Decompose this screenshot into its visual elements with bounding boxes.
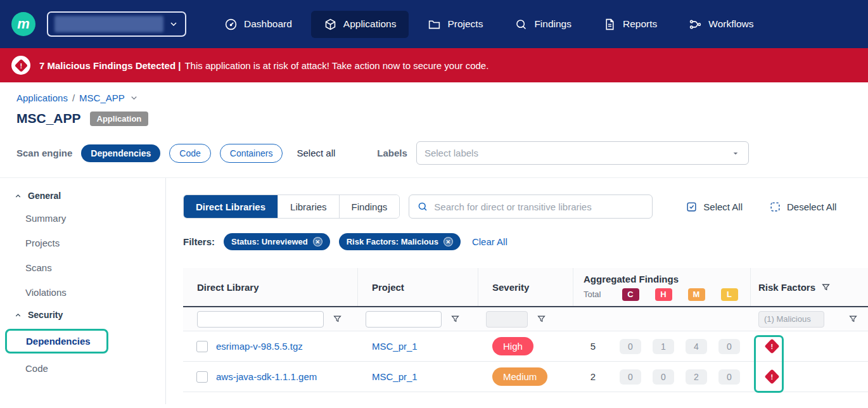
filter-funnel-icon[interactable]	[450, 314, 460, 324]
breadcrumb-applications-link[interactable]: Applications	[16, 92, 68, 103]
filter-funnel-icon[interactable]	[537, 314, 546, 324]
alert-message: This application is at risk of attack! T…	[184, 60, 488, 71]
nav-item-applications[interactable]: Applications	[311, 11, 409, 38]
malicious-risk-icon[interactable]: !	[764, 369, 779, 384]
sidebar-section-label: Security	[28, 310, 63, 320]
chevron-down-icon[interactable]	[129, 93, 139, 103]
reports-document-icon	[603, 18, 616, 31]
critical-badge: C	[622, 288, 639, 301]
scan-engine-select-all[interactable]: Select all	[297, 148, 335, 158]
remove-filter-icon[interactable]: ✕	[444, 237, 453, 246]
high-count: 1	[653, 339, 674, 354]
row-checkbox[interactable]	[196, 341, 208, 352]
row-checkbox[interactable]	[196, 371, 208, 383]
sidebar-item-scans[interactable]: Scans	[0, 255, 165, 280]
filter-funnel-icon[interactable]	[333, 314, 342, 324]
low-badge: L	[721, 288, 738, 301]
total-findings: 5	[584, 341, 614, 352]
header-aggregated-findings: Aggregated Findings	[584, 274, 750, 284]
search-input[interactable]	[434, 201, 644, 212]
organization-selector[interactable]	[47, 11, 186, 37]
nav-item-label: Dashboard	[244, 18, 292, 30]
scan-engine-dependencies-pill[interactable]: Dependencies	[81, 144, 160, 162]
severity-filter-input[interactable]	[486, 311, 528, 328]
applications-icon	[324, 18, 337, 31]
low-count: 0	[718, 369, 740, 385]
remove-filter-icon[interactable]: ✕	[313, 237, 322, 246]
project-link[interactable]: MSC_pr_1	[372, 341, 418, 352]
top-navigation: m Dashboard Applications Projects Findin…	[0, 0, 868, 48]
nav-item-reports[interactable]: Reports	[590, 11, 670, 38]
scan-engine-label: Scan engine	[16, 148, 72, 158]
tab-findings[interactable]: Findings	[339, 195, 400, 218]
labels-dropdown[interactable]: Select labels	[416, 141, 749, 165]
chevron-down-icon	[169, 19, 179, 29]
nav-item-label: Applications	[343, 18, 397, 30]
nav-item-label: Reports	[623, 18, 657, 30]
filter-chip-status-unreviewed: Status: Unreviewed ✕	[224, 233, 330, 250]
malicious-risk-icon[interactable]: !	[764, 338, 779, 354]
sidebar-item-projects[interactable]: Projects	[0, 231, 165, 255]
mend-logo-icon: m	[11, 12, 35, 36]
project-filter-input[interactable]	[366, 311, 442, 328]
sidebar-item-code[interactable]: Code	[0, 356, 165, 381]
nav-item-findings[interactable]: Findings	[502, 11, 584, 38]
risk-factors-filter-value[interactable]: (1) Malicious	[758, 311, 824, 328]
tab-direct-libraries[interactable]: Direct Libraries	[184, 195, 278, 218]
select-all-label: Select All	[703, 201, 743, 212]
critical-count: 0	[620, 369, 641, 385]
filter-funnel-icon[interactable]	[821, 283, 831, 292]
table-filter-row: (1) Malicious	[183, 307, 868, 331]
severity-pill: Medium	[492, 367, 547, 386]
header-total: Total	[584, 290, 614, 299]
deselect-all-label: Deselect All	[787, 201, 836, 212]
library-link[interactable]: aws-java-sdk-1.1.1.gem	[216, 371, 317, 382]
breadcrumb-separator: /	[72, 92, 75, 103]
library-link[interactable]: esrimap-v-98.5.5.tgz	[216, 341, 303, 352]
nav-item-projects[interactable]: Projects	[415, 11, 495, 38]
dashed-square-icon	[769, 201, 781, 213]
nav-items: Dashboard Applications Projects Findings…	[212, 11, 766, 38]
critical-count: 0	[620, 339, 641, 354]
project-link[interactable]: MSC_pr_1	[372, 371, 418, 382]
organization-name-redacted	[54, 16, 163, 32]
app-screen: m Dashboard Applications Projects Findin…	[0, 0, 868, 408]
tab-libraries[interactable]: Libraries	[278, 195, 339, 218]
header-project: Project	[372, 282, 404, 293]
select-all-action[interactable]: Select All	[686, 201, 743, 213]
chip-label: Risk Factors: Malicious	[347, 237, 438, 246]
findings-search-icon	[514, 18, 528, 31]
deselect-all-action[interactable]: Deselect All	[769, 201, 836, 213]
sidebar-item-violations[interactable]: Violations	[0, 280, 165, 305]
medium-count: 2	[686, 369, 707, 385]
severity-pill: High	[492, 337, 533, 355]
alert-title: 7 Malicious Findings Detected |	[39, 60, 181, 71]
chip-label: Status: Unreviewed	[231, 237, 308, 246]
header-severity: Severity	[492, 282, 529, 293]
clear-all-filters[interactable]: Clear All	[472, 236, 507, 247]
high-badge: H	[655, 288, 672, 301]
dependencies-highlight-box: Dependencies	[5, 329, 108, 354]
sidebar-section-general[interactable]: General	[0, 186, 165, 206]
chevron-up-icon	[14, 192, 22, 200]
nav-item-dashboard[interactable]: Dashboard	[212, 11, 305, 38]
sidebar-item-dependencies[interactable]: Dependencies	[7, 331, 106, 352]
scan-engine-containers-pill[interactable]: Containers	[220, 144, 283, 163]
header-risk-factors: Risk Factors	[758, 282, 815, 293]
application-type-badge: Application	[90, 112, 149, 126]
sidebar-section-security[interactable]: Security	[0, 305, 165, 325]
title-row: MSC_APP Application	[16, 111, 852, 126]
alert-text: 7 Malicious Findings Detected |This appl…	[39, 60, 488, 71]
sidebar-item-summary[interactable]: Summary	[0, 206, 165, 231]
filters-row: Filters: Status: Unreviewed ✕ Risk Facto…	[183, 233, 868, 250]
scan-engine-code-pill[interactable]: Code	[169, 144, 210, 163]
breadcrumb-current[interactable]: MSC_APP	[79, 92, 125, 103]
nav-item-label: Projects	[447, 18, 483, 30]
nav-item-workflows[interactable]: Workflows	[676, 11, 766, 38]
filter-funnel-icon[interactable]	[848, 314, 858, 324]
direct-libraries-table: Direct Library Project Severity Aggregat…	[183, 268, 868, 392]
direct-library-filter-input[interactable]	[197, 311, 324, 328]
table-header-row: Direct Library Project Severity Aggregat…	[183, 268, 868, 307]
filters-label: Filters:	[183, 236, 215, 247]
library-tabs: Direct Libraries Libraries Findings	[183, 194, 400, 219]
